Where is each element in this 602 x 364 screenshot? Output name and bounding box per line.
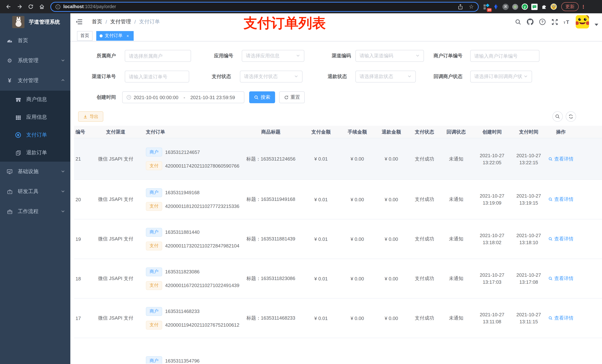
notify-status-select[interactable]: 请选择订单回调商户状态: [470, 71, 532, 83]
extension-command-icon[interactable]: ⌘: [502, 3, 509, 10]
address-bar[interactable]: localhost:1024/pay/order ☆: [50, 2, 479, 12]
table-row[interactable]: 21 微信 JSAPI 支付 商户 1635312124657 支付 42: [74, 138, 602, 180]
view-detail-link[interactable]: 查看详情: [548, 156, 573, 162]
date-range-picker[interactable]: 2021-10-01 00:00:00 - 2021-10-31 23:59:5…: [122, 91, 244, 103]
pay-amount: ¥ 0.01: [301, 180, 341, 219]
sidebar-item-app-info[interactable]: 应用信息: [0, 108, 70, 126]
avatar[interactable]: [576, 15, 589, 29]
close-icon[interactable]: ×: [125, 33, 130, 38]
app-select[interactable]: 请选择应用信息: [242, 50, 304, 62]
filter-label: 退款状态: [291, 71, 347, 83]
tag-pay-order[interactable]: 支付订单 ×: [96, 31, 134, 41]
table-row[interactable]: 19 微信 JSAPI 支付 商户 1635311881440 支付 42: [74, 219, 602, 259]
extension-camera-icon[interactable]: [512, 3, 518, 10]
svg-text:y: y: [524, 5, 526, 9]
filter-row-1: 所属商户 应用编号 请选择应用信息 渠道编码 请输入渠道编码 商户订单编号: [70, 50, 602, 62]
breadcrumb-section[interactable]: 支付管理: [110, 19, 131, 25]
filter-label: 支付状态: [175, 71, 231, 83]
pay-order-cell: 商户 1635311949168 支付 42000011812021102777…: [142, 180, 241, 219]
sidebar-item-home[interactable]: 首页: [0, 31, 70, 51]
merchant-order-no-input[interactable]: [470, 50, 539, 62]
sidebar-item-dev-tools[interactable]: 研发工具: [0, 182, 70, 202]
merchant-tag: 商户: [146, 188, 162, 197]
logo-row[interactable]: 芋道管理系统: [0, 13, 70, 31]
pay-order-no: 4200001174202110278060590766: [165, 163, 239, 168]
url-text[interactable]: localhost:1024/pay/order: [63, 4, 116, 9]
app-title: 芋道管理系统: [29, 19, 60, 25]
toggle-search-button[interactable]: [552, 111, 563, 122]
view-detail-link[interactable]: 查看详情: [548, 236, 573, 242]
refresh-button[interactable]: [566, 111, 576, 122]
extension-chat-icon[interactable]: [531, 3, 538, 10]
view-detail-link[interactable]: 查看详情: [548, 275, 573, 282]
browser-back-icon[interactable]: [6, 4, 11, 10]
table-row[interactable]: 18 微信 JSAPI 支付 商户 1635311823086 支付 42: [74, 259, 602, 299]
github-icon[interactable]: [527, 19, 534, 25]
browser-home-icon[interactable]: [39, 4, 45, 10]
date-end[interactable]: 2021-10-31 23:59:59: [190, 94, 235, 100]
extension-grid-icon[interactable]: 10: [483, 3, 489, 10]
browser-forward-icon[interactable]: [17, 4, 22, 10]
fullscreen-icon[interactable]: [551, 19, 558, 25]
action-cell: 查看详情: [546, 180, 576, 219]
help-icon[interactable]: ?: [539, 19, 546, 25]
export-button[interactable]: 导出: [78, 111, 103, 122]
sidebar: 芋道管理系统 首页 ⚙ 系统管理 ¥ 支付管理: [0, 13, 70, 364]
sidebar-item-workflow[interactable]: 工作流程: [0, 202, 70, 222]
created-time: 2021-10-2713:19:09: [473, 180, 512, 219]
share-icon[interactable]: [457, 4, 463, 10]
pay-channel: 微信 JSAPI 支付: [89, 299, 142, 338]
pay-tag: 支付: [146, 161, 162, 170]
sidebar-item-system[interactable]: ⚙ 系统管理: [0, 51, 70, 71]
sidebar-item-infrastructure[interactable]: 基础设施: [0, 162, 70, 182]
pay-tag: 支付: [146, 202, 162, 211]
product-title: 标题：1635311468233: [241, 299, 301, 338]
breadcrumb-home[interactable]: 首页: [92, 19, 102, 25]
extension-kite-icon[interactable]: [493, 3, 499, 10]
view-detail-link[interactable]: 查看详情: [548, 196, 573, 203]
refund-amount: ¥ 0.00: [374, 299, 409, 338]
site-info-icon[interactable]: [55, 4, 61, 10]
notify-status: 未通知: [440, 259, 473, 299]
search-button[interactable]: 搜索: [249, 91, 275, 103]
search-icon[interactable]: [515, 19, 521, 25]
pay-order-cell: 商户 1635311881440 支付 42000011732021102728…: [142, 219, 241, 259]
sidebar-item-refund-order[interactable]: 退款订单: [0, 144, 70, 162]
pay-order-cell: 商户 1635311468233 支付 42000011942021102767…: [142, 299, 241, 338]
filter-label: 渠道订单号: [70, 71, 116, 83]
caret-down-icon[interactable]: [595, 21, 598, 23]
shop-icon: [15, 96, 21, 103]
reset-button[interactable]: 重置: [279, 91, 305, 103]
magnifier-icon: [548, 197, 553, 202]
merchant-tag: 商户: [146, 307, 162, 316]
browser-update-button[interactable]: 更新: [561, 2, 579, 11]
date-start[interactable]: 2021-10-01 00:00:00: [134, 94, 178, 100]
refund-amount: ¥ 0.00: [374, 259, 409, 299]
sidebar-item-label: 首页: [18, 37, 28, 44]
pay-status: 支付成功: [409, 180, 440, 219]
browser-menu-icon[interactable]: ⋮: [581, 4, 586, 10]
page: localhost:1024/pay/order ☆ 10 ⌘ y: [0, 0, 602, 364]
table-row[interactable]: 20 微信 JSAPI 支付 商户 1635311949168 支付 42: [74, 180, 602, 219]
sidebar-item-label: 应用信息: [26, 114, 47, 121]
sidebar-item-merchant-info[interactable]: 商户信息: [0, 91, 70, 108]
extension-y-icon[interactable]: y: [522, 3, 528, 10]
sidebar-item-pay-order[interactable]: ¥ 支付订单: [0, 126, 70, 144]
table-row[interactable]: 17 微信 JSAPI 支付 商户 1635311468233 支付 42: [74, 299, 602, 338]
sidebar-item-payment[interactable]: ¥ 支付管理: [0, 71, 70, 91]
tag-home[interactable]: 首页: [77, 31, 93, 41]
bookmark-star-icon[interactable]: ☆: [468, 4, 474, 10]
breadcrumb-separator: /: [134, 19, 136, 25]
sidebar-item-label: 支付订单: [26, 132, 47, 138]
browser-reload-icon[interactable]: [28, 4, 34, 10]
merchant-order-no-field[interactable]: [474, 53, 535, 59]
extension-puzzle-icon[interactable]: [541, 3, 547, 10]
hamburger-icon[interactable]: [76, 19, 83, 25]
chevron-up-icon: [61, 78, 65, 83]
view-detail-link[interactable]: 查看详情: [548, 315, 573, 322]
extension-emoji-icon[interactable]: [550, 3, 557, 10]
font-size-icon[interactable]: TT: [563, 19, 570, 25]
filter-label: 渠道编码: [295, 50, 351, 62]
merchant-tag: 商户: [146, 148, 162, 156]
refund-amount: ¥ 0.00: [374, 219, 409, 259]
